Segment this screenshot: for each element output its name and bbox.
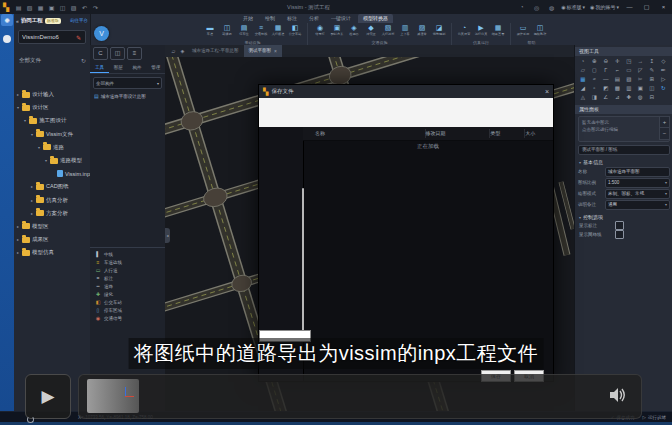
- view-tool-icon[interactable]: ▭: [623, 66, 635, 75]
- view-tool-icon[interactable]: ▣: [635, 84, 647, 93]
- ribbon-button[interactable]: ▭操作手册: [516, 23, 530, 36]
- drawing-item[interactable]: ▤ 城市道路平面设计总图: [94, 93, 163, 99]
- layer-item[interactable]: = 标注: [90, 274, 165, 282]
- mid-tool-button[interactable]: ◫: [110, 47, 125, 60]
- view-tool-icon[interactable]: ◔: [577, 57, 589, 66]
- view-tool-icon[interactable]: ◩: [600, 84, 612, 93]
- ribbon-button[interactable]: ▦人行横道: [271, 23, 285, 36]
- minimize-button[interactable]: —: [623, 1, 636, 13]
- view-tool-icon[interactable]: ◍: [635, 93, 647, 102]
- view-tool-icon[interactable]: ⊿: [612, 93, 624, 102]
- ribbon-button[interactable]: ▦结果查看: [491, 23, 505, 36]
- strip-icon[interactable]: ◆: [1, 14, 13, 26]
- ribbon-button[interactable]: ◈检测器: [347, 23, 361, 36]
- mid-tab[interactable]: 工具: [90, 63, 109, 73]
- refresh-icon[interactable]: ↻: [81, 57, 86, 64]
- ribbon-button[interactable]: ▣配时方案: [330, 23, 344, 36]
- checkbox[interactable]: [615, 230, 624, 239]
- project-name-field[interactable]: ✎: [18, 30, 86, 44]
- ribbon-button[interactable]: ◪优先规则: [432, 23, 446, 36]
- view-tool-icon[interactable]: ◨: [589, 93, 601, 102]
- volume-icon[interactable]: [609, 387, 627, 403]
- column-header[interactable]: 修改日期: [426, 129, 491, 138]
- titlebar-icon[interactable]: ◎: [531, 4, 542, 11]
- mid-tool-button[interactable]: C: [93, 47, 108, 60]
- tree-item[interactable]: Vissim.inpx: [14, 167, 90, 180]
- view-tool-icon[interactable]: ⊖: [600, 57, 612, 66]
- view-tool-icon[interactable]: ✛: [612, 57, 624, 66]
- doc-tool-icon[interactable]: ▧: [24, 4, 35, 11]
- tree-item[interactable]: ▾ Vissim文件: [14, 128, 90, 141]
- layer-item[interactable]: ◧ 公交车站: [90, 298, 165, 306]
- ribbon-button[interactable]: ▥上下客: [398, 23, 412, 36]
- panel-collapse-handle[interactable]: ◂: [165, 228, 170, 243]
- ribbon-button[interactable]: ▶运行仿真: [474, 23, 488, 36]
- view-tool-icon[interactable]: ✂: [635, 75, 647, 84]
- tree-item[interactable]: ▸ 方案分析: [14, 207, 90, 220]
- view-tool-icon[interactable]: ▤: [612, 75, 624, 84]
- view-tool-icon[interactable]: →: [635, 57, 647, 66]
- drawing-tab-active[interactable]: 测试平面图 ×: [244, 45, 282, 57]
- view-tool-icon[interactable]: ◢: [577, 84, 589, 93]
- close-tab-icon[interactable]: ×: [274, 45, 277, 57]
- view-tool-icon[interactable]: ▩: [612, 84, 624, 93]
- ribbon-tab[interactable]: 分析: [304, 14, 324, 23]
- ribbon-button[interactable]: ◆冲突区: [364, 23, 378, 36]
- ribbon-tab[interactable]: 模型转换器: [358, 14, 393, 23]
- collaboration-fab-button[interactable]: V: [94, 26, 109, 41]
- view-tool-icon[interactable]: ↥: [646, 57, 658, 66]
- tree-item[interactable]: ▸ CAD图纸: [14, 180, 90, 193]
- ribbon-tab[interactable]: 开始: [238, 14, 258, 23]
- tree-item[interactable]: ▸ 模型仿真: [14, 246, 90, 259]
- ribbon-button[interactable]: ◫路缘石: [220, 23, 234, 36]
- doc-tool-icon[interactable]: ↶: [79, 4, 90, 11]
- ribbon-button[interactable]: ▤停车位: [237, 23, 251, 36]
- edit-pencil-icon[interactable]: ✎: [76, 34, 81, 41]
- view-tool-icon[interactable]: ▫: [589, 84, 601, 93]
- goto-platform-link[interactable]: 前往平台: [70, 18, 88, 23]
- property-value-field[interactable]: 1:500 ▾: [605, 178, 670, 188]
- tree-item[interactable]: ▸ 成果区: [14, 233, 90, 246]
- mid-tool-button[interactable]: ≡: [127, 47, 142, 60]
- view-tool-icon[interactable]: ↻: [658, 84, 670, 93]
- ribbon-tab[interactable]: 标注: [282, 14, 302, 23]
- view-tool-icon[interactable]: ⊟: [646, 93, 658, 102]
- doc-tool-icon[interactable]: ▦: [35, 4, 46, 11]
- dialog-title-bar[interactable]: ▚ 保存文件 ×: [259, 85, 553, 98]
- view-tool-icon[interactable]: ◳: [623, 57, 635, 66]
- column-header[interactable]: 名称: [315, 129, 426, 138]
- view-tool-icon[interactable]: ▷: [658, 75, 670, 84]
- tree-item[interactable]: ▾ 道路: [14, 141, 90, 154]
- layer-item[interactable]: ▭ 人行道: [90, 266, 165, 274]
- tree-item[interactable]: ▸ 仿真分析: [14, 194, 90, 207]
- layer-item[interactable]: ━ 道路: [90, 282, 165, 290]
- account-chip[interactable]: ◉ 我的账号 ▾: [590, 4, 619, 10]
- view-tool-icon[interactable]: ∠: [600, 93, 612, 102]
- view-tool-icon[interactable]: ✏: [658, 66, 670, 75]
- view-tool-icon[interactable]: ⊞: [646, 75, 658, 84]
- mid-tab[interactable]: 构件: [128, 63, 147, 73]
- section-caret-icon[interactable]: ▾: [579, 160, 581, 165]
- view-tool-icon[interactable]: ◇: [658, 57, 670, 66]
- view-tool-icon[interactable]: ⊕: [589, 57, 601, 66]
- layer-item[interactable]: ≡ 车道边线: [90, 258, 165, 266]
- doc-tool-icon[interactable]: ◫: [57, 4, 68, 11]
- layer-item[interactable]: ▯ 停车区域: [90, 306, 165, 314]
- layer-item[interactable]: ✚ 绿化: [90, 290, 165, 298]
- mid-tab[interactable]: 图层: [109, 63, 128, 73]
- player-progress-bar[interactable]: [78, 374, 642, 419]
- doc-tool-icon[interactable]: ▨: [68, 4, 79, 11]
- ribbon-button[interactable]: ◫视频教程: [533, 23, 547, 36]
- view-tool-icon[interactable]: ✎: [646, 66, 658, 75]
- ribbon-button[interactable]: ◧公交车站: [288, 23, 302, 36]
- section-caret-icon[interactable]: ▾: [579, 215, 581, 220]
- view-tool-icon[interactable]: ▨: [623, 75, 635, 84]
- canvas-tool-icon[interactable]: ◈: [178, 48, 187, 54]
- column-header[interactable]: 类型: [490, 129, 525, 138]
- maximize-button[interactable]: ▢: [640, 1, 653, 13]
- view-tool-icon[interactable]: —: [600, 75, 612, 84]
- tree-item[interactable]: ▾ 施工图设计: [14, 114, 90, 127]
- property-value-field[interactable]: 城市道路平面图: [605, 167, 670, 177]
- remove-button[interactable]: −: [659, 127, 670, 140]
- tree-item[interactable]: ▸ 设计输入: [14, 88, 90, 101]
